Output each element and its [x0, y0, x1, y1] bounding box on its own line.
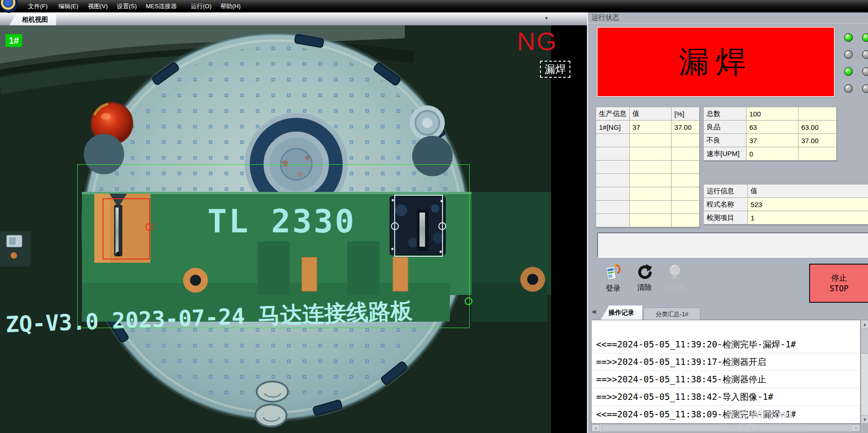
- scroll-left-icon[interactable]: ‹: [592, 424, 600, 432]
- table-row: 检测项目 1: [704, 211, 868, 225]
- table-empty-row: [596, 187, 700, 201]
- totals-table: 总数 100 良品 63 63.00 不良 37 37.00 速率[UPM] 0: [703, 107, 837, 161]
- camera-viewport: TL 2330 ZQ-V3.0 2023-07-24 马达连接线路板 1# NG: [0, 25, 587, 433]
- menu-bar: 文件(F) 编辑(E) 视图(V) 设置(S) MES连接器 运行(O) 帮助(…: [0, 0, 868, 12]
- cell-value: 100: [747, 107, 799, 121]
- table-empty-row: [596, 214, 700, 227]
- operation-log-list: <<==2024-05-05_11:39:20-检测完毕-漏焊-1# ==>>2…: [591, 320, 861, 424]
- cell-label: 检测项目: [704, 211, 748, 225]
- cell-label: 良品: [704, 121, 747, 134]
- menu-settings[interactable]: 设置(S): [115, 0, 139, 12]
- status-led: [862, 50, 868, 59]
- led-button-label: LED 灯: [665, 284, 685, 292]
- chevron-down-icon[interactable]: ▼: [544, 16, 549, 21]
- menu-view[interactable]: 视图(V): [86, 0, 110, 12]
- status-led: [844, 50, 853, 59]
- left-connector-tab: [0, 231, 30, 266]
- cell-value: 37: [630, 121, 672, 134]
- clear-button-label: 清除: [637, 283, 652, 293]
- light-bulb-icon: [667, 263, 682, 283]
- scroll-down-icon[interactable]: ▼: [861, 415, 868, 423]
- log-entry[interactable]: ==>>2024-05-05_11:39:17-检测器开启: [592, 353, 860, 371]
- cell-value: 523: [747, 198, 868, 211]
- table-empty-row: [596, 147, 700, 161]
- defect-detection-box[interactable]: [103, 198, 150, 260]
- login-button-label: 登录: [606, 284, 621, 294]
- scrollbar-thumb[interactable]: [862, 329, 868, 354]
- log-horizontal-scrollbar[interactable]: ‹ ›: [591, 424, 861, 432]
- cell-value: 37: [747, 134, 799, 147]
- table-row: 不良 37 37.00: [704, 134, 837, 147]
- tab-scroll-left-icon[interactable]: ◀: [592, 308, 596, 315]
- tab-operation-log-label: 操作记录: [609, 309, 634, 317]
- clear-button[interactable]: 清除: [630, 263, 659, 301]
- production-info-table: 生产信息 值 [%] 1#[NG] 37 37.00: [596, 107, 700, 227]
- log-entry[interactable]: <<==2024-05-05_11:38:09-检测完毕-漏焊-1#: [592, 406, 860, 423]
- login-button[interactable]: 登录: [599, 263, 627, 301]
- menu-mes-connector[interactable]: MES连接器: [144, 0, 179, 12]
- col-header: 运行信息: [704, 185, 748, 198]
- tab-operation-log[interactable]: 操作记录: [601, 306, 642, 320]
- cell-value: [799, 107, 837, 121]
- menu-file[interactable]: 文件(F): [26, 0, 50, 12]
- status-led: [844, 33, 853, 42]
- log-entry[interactable]: ==>>2024-05-05_11:38:45-检测器停止: [592, 371, 860, 388]
- tab-class-summary[interactable]: 分类汇总-1#: [644, 307, 701, 320]
- table-row: 总数 100: [704, 107, 837, 121]
- cell-value: 0: [747, 147, 799, 161]
- table-empty-row: [596, 161, 700, 174]
- id-badge-icon: [605, 263, 621, 283]
- divider: [588, 22, 868, 23]
- panel-title: 运行状态: [592, 13, 619, 22]
- table-empty-row: [596, 134, 700, 147]
- table-row: 速率[UPM] 0: [704, 147, 837, 161]
- table-row: 程式名称 523: [704, 198, 868, 211]
- table-row[interactable]: 1#[NG] 37 37.00: [596, 121, 700, 134]
- scroll-right-icon[interactable]: ›: [851, 424, 860, 432]
- status-banner: 漏焊: [597, 27, 835, 97]
- region-handle[interactable]: [391, 222, 399, 230]
- inspection-result-text: NG: [517, 26, 558, 56]
- menu-run[interactable]: 运行(O): [189, 0, 214, 12]
- stop-button-label-en: STOP: [830, 283, 849, 294]
- menu-help[interactable]: 帮助(H): [218, 0, 243, 12]
- camera-number-badge: 1#: [6, 34, 22, 47]
- app-logo-icon: [0, 0, 17, 12]
- region-handle[interactable]: [145, 223, 153, 231]
- table-header-row: 生产信息 值 [%]: [596, 107, 700, 121]
- cell-label: 总数: [704, 107, 747, 121]
- log-entry[interactable]: ==>>2024-05-05_11:38:42-导入图像-1#: [592, 388, 860, 406]
- defect-label-tag: 漏焊: [540, 61, 570, 78]
- status-panel: 运行状态 漏焊 生产信息 值 [%] 1#[NG] 37 37.00: [587, 12, 868, 433]
- vision-inspection-window: 文件(F) 编辑(E) 视图(V) 设置(S) MES连接器 运行(O) 帮助(…: [0, 0, 868, 433]
- log-vertical-scrollbar[interactable]: ▲ ▼: [861, 320, 868, 424]
- message-textbox[interactable]: [597, 232, 868, 258]
- status-led: [862, 84, 868, 93]
- cell-label: 不良: [704, 134, 747, 147]
- region-handle[interactable]: [438, 222, 446, 230]
- table-empty-row: [596, 201, 700, 214]
- col-header: 值: [630, 107, 672, 121]
- tab-camera-view[interactable]: 相机视图: [9, 14, 56, 25]
- table-header-row: 运行信息 值: [704, 185, 868, 198]
- pass-detection-box[interactable]: [394, 195, 443, 257]
- cell-value: 1: [747, 211, 868, 225]
- tab-class-summary-label: 分类汇总-1#: [656, 310, 689, 318]
- log-entry[interactable]: <<==2024-05-05_11:39:20-检测完毕-漏焊-1#: [592, 336, 860, 353]
- status-led: [844, 84, 853, 93]
- tab-camera-view-label: 相机视图: [22, 16, 48, 24]
- cell-value: 63.00: [799, 121, 837, 134]
- stop-button[interactable]: 停止 STOP: [809, 264, 868, 303]
- camera-tab-bar: 相机视图 ▼: [0, 12, 587, 26]
- region-handle[interactable]: [465, 297, 472, 305]
- scrollbar-thumb[interactable]: [601, 425, 851, 431]
- menu-edit[interactable]: 编辑(E): [56, 0, 80, 12]
- col-header: [%]: [672, 107, 700, 121]
- cell-value: 37.00: [799, 134, 837, 147]
- table-empty-row: [596, 174, 700, 187]
- run-info-table: 运行信息 值 程式名称 523 检测项目 1: [703, 184, 868, 225]
- col-header: 生产信息: [596, 107, 630, 121]
- led-light-button[interactable]: LED 灯: [661, 263, 689, 301]
- scroll-up-icon[interactable]: ▲: [861, 320, 868, 329]
- status-led: [844, 67, 853, 76]
